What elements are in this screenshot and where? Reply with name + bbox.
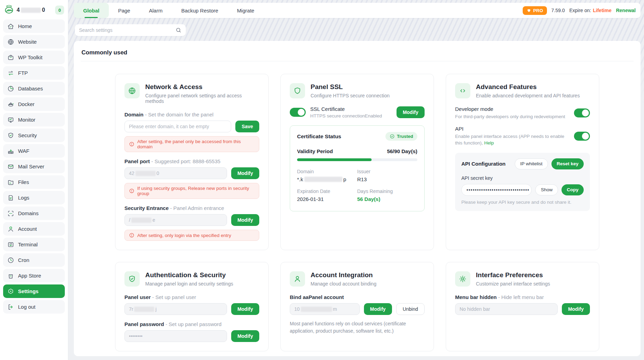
panel-port-input[interactable]: 420 xyxy=(124,167,227,179)
card-panel-ssl: Panel SSL Configure HTTPS secure connect… xyxy=(280,74,434,250)
card-title: Account Integration xyxy=(311,271,376,279)
sidebar-item-account[interactable]: Account xyxy=(3,222,65,236)
menu-bar-hidden-label: Menu bar hidden - Hide left menu bar xyxy=(455,294,590,300)
bind-account-input[interactable]: 10m xyxy=(290,303,360,315)
sidebar-item-home[interactable]: Home xyxy=(3,19,65,33)
monitor-icon xyxy=(7,116,14,123)
panel-password-label: Panel password - Set up panel password xyxy=(124,321,259,327)
sidebar-item-databases[interactable]: Databases xyxy=(3,82,65,95)
card-interface-preferences: Interface Preferences Customize panel in… xyxy=(446,262,599,351)
sidebar-item-cron[interactable]: Cron xyxy=(3,253,65,267)
unbind-button[interactable]: Unbind xyxy=(396,303,425,315)
ssl-toggle[interactable] xyxy=(290,108,306,117)
sidebar-item-terminal[interactable]: Terminal xyxy=(3,238,65,251)
sidebar-item-logs[interactable]: Logs xyxy=(3,191,65,204)
cert-issuer-label: Issuer xyxy=(357,169,418,174)
transfer-arrows-icon xyxy=(7,70,14,77)
sidebar-item-monitor[interactable]: Monitor xyxy=(3,113,65,126)
ip-whitelist-button[interactable]: IP whitelist xyxy=(515,158,548,169)
search-input[interactable] xyxy=(79,27,175,33)
api-secret-key-label: API secret key xyxy=(461,175,584,181)
sidebar-item-app-store[interactable]: App Store xyxy=(3,269,65,282)
redacted-port xyxy=(136,171,156,176)
developer-mode-toggle[interactable] xyxy=(574,108,590,117)
pro-badge[interactable]: PRO xyxy=(523,6,547,15)
modify-account-button[interactable]: Modify xyxy=(364,303,392,315)
sidebar-item-docker[interactable]: Docker xyxy=(3,97,65,111)
sidebar-item-mail-server[interactable]: Mail Server xyxy=(3,160,65,173)
card-subtitle: Enable advanced development and API feat… xyxy=(476,93,580,98)
card-title: Network & Access xyxy=(145,83,259,91)
sidebar-item-log-out[interactable]: Log out xyxy=(3,300,65,314)
tab-page[interactable]: Page xyxy=(109,3,140,18)
menu-bar-hidden-input[interactable]: No hidden bar xyxy=(455,303,558,315)
api-config-title: API Configuration xyxy=(461,161,511,167)
api-help-link[interactable]: Help xyxy=(484,140,494,146)
tab-migrate[interactable]: Migrate xyxy=(228,3,264,18)
modify-menu-button[interactable]: Modify xyxy=(562,303,590,315)
clock-icon xyxy=(7,257,14,264)
card-authentication-security: Authentication & Security Manage panel l… xyxy=(115,262,269,351)
aapanel-logo-icon xyxy=(4,4,14,16)
validity-label: Validity Period xyxy=(297,148,333,154)
sidebar-item-security[interactable]: Security xyxy=(3,129,65,142)
entrance-warning: After setting, only login via the specif… xyxy=(124,230,259,241)
modify-password-button[interactable]: Modify xyxy=(231,330,259,342)
sidebar-item-website[interactable]: Website xyxy=(3,35,65,49)
card-network-access: Network & Access Configure panel network… xyxy=(115,74,269,250)
card-title: Panel SSL xyxy=(311,83,390,91)
developer-mode-label: Developer mode xyxy=(455,106,568,112)
sidebar-item-waf[interactable]: WAF xyxy=(3,144,65,158)
sidebar-item-files[interactable]: Files xyxy=(3,175,65,189)
sidebar-item-ftp[interactable]: FTP xyxy=(3,66,65,80)
api-secret-key-input[interactable]: •••••••••••••••••••••••••••••• xyxy=(461,184,532,196)
tab-backup-restore[interactable]: Backup Restore xyxy=(172,3,228,18)
copy-key-button[interactable]: Copy xyxy=(562,184,584,195)
scan-frame-icon xyxy=(7,210,14,217)
sidebar-item-domains[interactable]: Domains xyxy=(3,207,65,220)
panel-user-input[interactable]: 7rj xyxy=(124,303,227,315)
modify-port-button[interactable]: Modify xyxy=(231,167,259,179)
port-field-label: Panel port - Suggested port: 8888-65535 xyxy=(124,158,259,164)
cert-domain-label: Domain xyxy=(297,169,357,174)
card-title: Interface Preferences xyxy=(476,271,550,279)
renewal-link[interactable]: Renewal xyxy=(616,8,636,13)
sidebar-item-settings[interactable]: Settings xyxy=(3,284,65,298)
cert-days-value: 56 Day(s) xyxy=(357,196,418,202)
security-entrance-input[interactable]: /e xyxy=(124,214,227,226)
globe-icon xyxy=(124,83,140,98)
cert-status-title: Certificate Status xyxy=(297,133,341,140)
notification-count-badge[interactable]: 0 xyxy=(55,6,64,15)
envelope-icon xyxy=(7,163,14,170)
redacted-server-name xyxy=(21,8,41,13)
trusted-badge: Trusted xyxy=(385,132,417,141)
tab-global[interactable]: Global xyxy=(74,3,109,18)
api-key-note: Please keep your API key secure and do n… xyxy=(461,200,584,205)
save-button[interactable]: Save xyxy=(235,121,259,132)
settings-search xyxy=(75,24,186,36)
expire-value: Lifetime xyxy=(593,8,612,13)
api-desc: Enable panel interface access (APP needs… xyxy=(455,133,568,147)
heart-icon xyxy=(526,8,531,13)
server-name: 40 xyxy=(17,7,45,13)
version-text: 7.59.0 xyxy=(551,8,565,13)
card-subtitle: Manage panel login and security settings xyxy=(145,281,233,287)
modify-user-button[interactable]: Modify xyxy=(231,303,259,315)
modify-ssl-button[interactable]: Modify xyxy=(397,106,425,118)
search-icon[interactable] xyxy=(175,27,182,33)
domain-input[interactable]: Please enter domain, it can be empty xyxy=(124,121,231,132)
tab-alarm[interactable]: Alarm xyxy=(140,3,172,18)
show-key-button[interactable]: Show xyxy=(535,184,558,195)
panel-password-input[interactable]: •••••••• xyxy=(124,330,227,342)
api-toggle[interactable] xyxy=(574,132,590,141)
home-icon xyxy=(7,23,14,30)
modify-entrance-button[interactable]: Modify xyxy=(231,214,259,226)
sidebar-item-wp-toolkit[interactable]: WP Toolkit xyxy=(3,51,65,64)
shield-icon xyxy=(290,83,305,98)
bind-account-label: Bind aaPanel account xyxy=(290,294,425,300)
card-subtitle: Configure panel network settings and acc… xyxy=(145,93,259,104)
cards-grid: Network & Access Configure panel network… xyxy=(81,74,634,351)
reset-key-button[interactable]: Reset key xyxy=(551,158,584,169)
check-circle-icon xyxy=(390,134,395,139)
shopping-bag-icon xyxy=(7,272,14,279)
